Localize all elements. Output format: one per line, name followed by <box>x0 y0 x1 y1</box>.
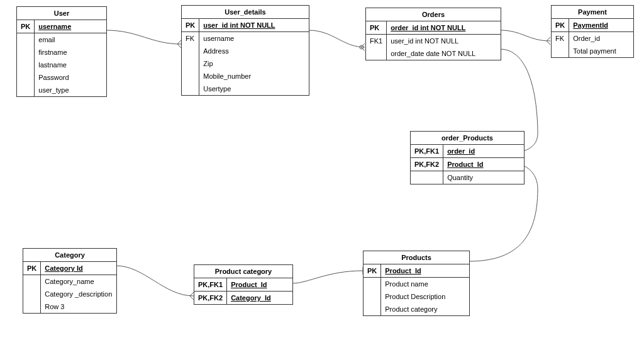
field: Row 3 <box>41 300 116 313</box>
entity-products: Products PK Product_Id Product name Prod… <box>363 251 470 316</box>
field: username <box>35 20 106 33</box>
field: Mobile_number <box>199 70 309 82</box>
svg-point-0 <box>360 45 364 49</box>
field: Category_name <box>41 275 116 288</box>
er-diagram-canvas: User PK username email firstname lastnam… <box>0 0 644 340</box>
field: Usertype <box>199 82 309 95</box>
entity-title: Products <box>364 251 469 264</box>
field: Order_id <box>569 32 633 45</box>
field: Zip <box>199 57 309 70</box>
field: Category Id <box>41 262 116 275</box>
field: Product_Id <box>227 278 292 292</box>
field: order_id <box>443 145 524 158</box>
field: username <box>199 32 309 45</box>
field: Password <box>35 71 106 84</box>
field: Product category <box>381 303 469 315</box>
field: Category _description <box>41 288 116 300</box>
entity-orders: Orders PK order_id int NOT NULL FK1 user… <box>365 8 501 60</box>
field: Quantity <box>443 171 524 184</box>
field: order_date date NOT NULL <box>387 47 501 60</box>
field: Category_Id <box>227 292 292 305</box>
entity-title: Product category <box>194 265 292 278</box>
entity-title: Payment <box>552 6 633 19</box>
field: order_id int NOT NULL <box>387 21 501 35</box>
entity-user-details: User_details PK user_id int NOT NULL FK … <box>181 5 309 96</box>
entity-title: User_details <box>182 6 309 19</box>
field: PaymentId <box>569 19 633 32</box>
field: user_id int NOT NULL <box>387 35 501 48</box>
field: Product_Id <box>381 264 469 278</box>
field: Product_Id <box>443 158 524 171</box>
entity-category: Category PK Category Id Category_name Ca… <box>23 248 117 314</box>
field: Product Description <box>381 290 469 303</box>
entity-user: User PK username email firstname lastnam… <box>16 6 107 97</box>
field: firstname <box>35 46 106 59</box>
field: lastname <box>35 59 106 71</box>
entity-title: User <box>17 7 106 20</box>
entity-payment: Payment PK PaymentId FK Order_id Total p… <box>551 5 634 58</box>
field: email <box>35 33 106 47</box>
field: Address <box>199 45 309 57</box>
field: user_type <box>35 84 106 96</box>
field: user_id int NOT NULL <box>199 19 309 32</box>
entity-order-products: order_Products PK,FK1 order_id PK,FK2 Pr… <box>410 131 525 184</box>
entity-title: Orders <box>366 8 501 21</box>
entity-product-category: Product category PK,FK1 Product_Id PK,FK… <box>194 264 293 305</box>
entity-title: Category <box>23 249 116 262</box>
field: Product name <box>381 278 469 291</box>
field: Total payment <box>569 45 633 57</box>
entity-title: order_Products <box>411 132 524 145</box>
